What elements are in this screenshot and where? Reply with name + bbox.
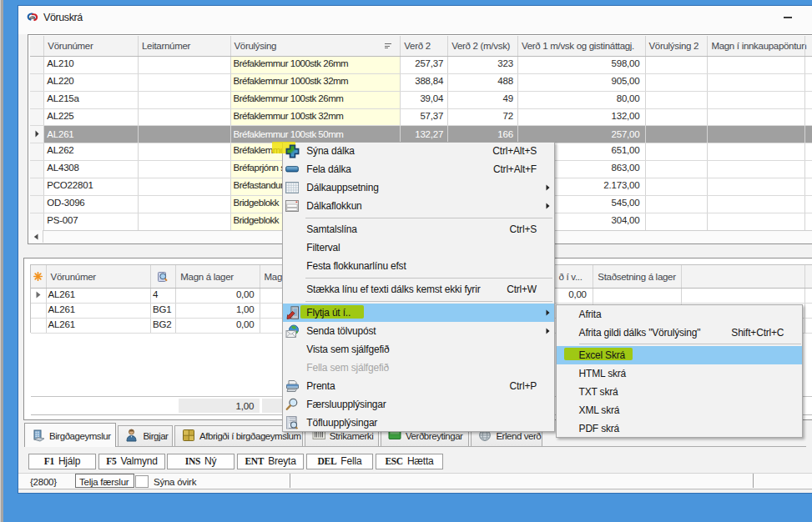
svg-text:dk: dk xyxy=(29,15,36,20)
